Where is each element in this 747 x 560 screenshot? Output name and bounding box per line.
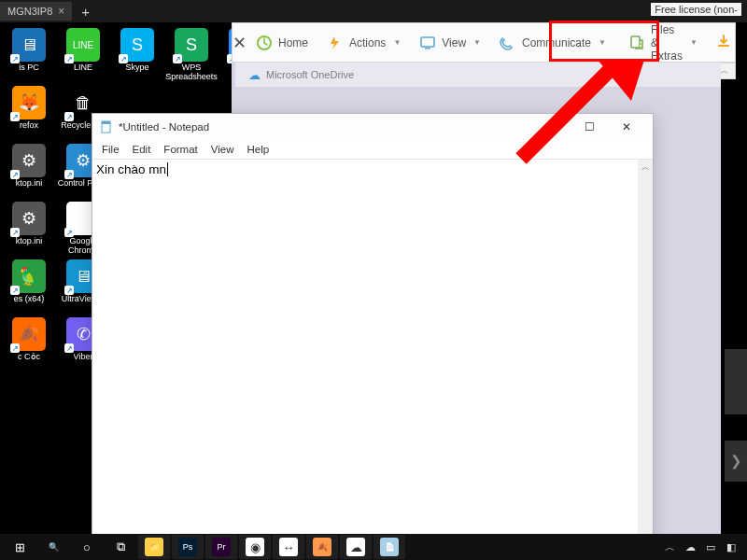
communicate-icon [500, 35, 516, 51]
dock-panel[interactable] [725, 349, 747, 414]
desktop-icon-ktop.ini[interactable]: ⚙↗ktop.ini [2, 200, 56, 258]
taskbar-pr-button[interactable]: Pr [205, 535, 237, 559]
system-tray: ︿ ☁ ▭ ◧ [663, 540, 743, 553]
chevron-down-icon: ▼ [393, 38, 401, 47]
onedrive-window-title[interactable]: ☁ Microsoft OneDrive [235, 63, 721, 87]
shortcut-arrow-icon: ↗ [10, 54, 20, 63]
taskbar-onedrive-button[interactable]: ☁ [340, 535, 372, 559]
ktop.ini-icon: ⚙↗ [12, 144, 46, 177]
es-(x64)-icon: 🦜↗ [12, 259, 46, 293]
taskbar-ps-button[interactable]: Ps [172, 535, 204, 559]
notepad-icon: 📄 [380, 538, 399, 556]
close-button[interactable]: ✕ [608, 115, 645, 139]
notepad-content: Xin chào mn [96, 162, 166, 176]
new-tab-button[interactable]: + [72, 4, 99, 20]
menu-view[interactable]: View [205, 143, 240, 156]
desktop-icon-label: ktop.ini [16, 237, 43, 246]
minimize-button[interactable]: — [533, 115, 571, 139]
view-button[interactable]: View ▼ [410, 23, 490, 62]
files-extras-button[interactable]: Files & Extras ▼ [615, 23, 711, 62]
desktop-icon-label: ktop.ini [16, 179, 43, 189]
skype-icon: S↗ [120, 28, 154, 62]
maximize-button[interactable]: ☐ [571, 115, 608, 139]
home-label: Home [278, 36, 308, 49]
actions-label: Actions [349, 36, 386, 49]
tray-app-icon[interactable]: ◧ [725, 540, 738, 553]
desktop-icon-label: WPS Spreadsheets [165, 63, 218, 82]
desktop-icon-ktop.ini[interactable]: ⚙↗ktop.ini [2, 142, 56, 200]
notepad-text-area[interactable]: Xin chào mn ︿ ﹀ [92, 159, 653, 560]
remote-desktop-view: ☁ Microsoft OneDrive *Untitled - Notepad… [232, 63, 721, 534]
svg-rect-1 [421, 37, 434, 47]
desktop-icon-skype[interactable]: S↗Skype [110, 26, 164, 84]
taskbar-taskview-button[interactable]: ⧉ [105, 535, 136, 559]
desktop-icon-label: Skype [125, 63, 148, 73]
desktop-icon-label: es (x64) [14, 295, 45, 304]
shortcut-arrow-icon: ↗ [173, 54, 182, 63]
svg-rect-2 [425, 48, 430, 49]
desktop-icon-es-(x64)[interactable]: 🦜↗es (x64) [2, 258, 56, 315]
shortcut-arrow-icon: ↗ [10, 343, 20, 353]
tab-title: MGN3IP8 [7, 6, 52, 17]
desktop-icon-line[interactable]: LINE↗LINE [56, 26, 110, 84]
tray-chevron-icon[interactable]: ︿ [663, 540, 676, 553]
communicate-button[interactable]: Communicate ▼ [490, 23, 615, 62]
teamviewer-icon: ↔ [279, 538, 298, 556]
taskbar-coccoc-button[interactable]: 🍂 [306, 535, 338, 559]
desktop-icon-refox[interactable]: 🦊↗refox [2, 84, 56, 142]
actions-icon [327, 35, 344, 51]
taskbar-start-button[interactable]: ⊞ [4, 535, 35, 559]
desktop-icon-label: refox [20, 121, 38, 131]
menu-format[interactable]: Format [158, 143, 203, 156]
c-cốc-icon: 🍂↗ [12, 317, 46, 351]
notepad-titlebar[interactable]: *Untitled - Notepad — ☐ ✕ [92, 114, 653, 140]
shortcut-arrow-icon: ↗ [10, 112, 20, 121]
taskbar-chrome-button[interactable]: ◉ [239, 535, 271, 559]
download-icon[interactable] [711, 34, 737, 52]
desktop-icon-is-pc[interactable]: 🖥↗is PC [2, 26, 56, 84]
menu-file[interactable]: File [96, 143, 125, 156]
shortcut-arrow-icon: ↗ [64, 170, 74, 179]
tray-onedrive-icon[interactable]: ☁ [684, 540, 697, 553]
onedrive-icon: ☁ [346, 538, 365, 556]
tab-close-icon[interactable]: × [58, 5, 64, 18]
expand-panel-icon[interactable]: ❯ [725, 441, 747, 482]
home-button[interactable]: Home [247, 23, 317, 62]
desktop-icon-label: LINE [74, 63, 92, 73]
taskview-icon: ⧉ [111, 538, 130, 556]
desktop-surface: 🖥↗is PCLINE↗LINES↗SkypeS↗WPS Spreadsheet… [0, 22, 747, 534]
shortcut-arrow-icon: ↗ [10, 170, 20, 179]
onedrive-label: Microsoft OneDrive [266, 69, 354, 80]
pr-icon: Pr [212, 538, 231, 556]
notepad-title-text: *Untitled - Notepad [119, 121, 209, 133]
toolbar-close-button[interactable]: ✕ [233, 33, 247, 53]
menu-edit[interactable]: Edit [127, 143, 157, 156]
cortana-icon: ○ [78, 538, 96, 556]
files-icon [628, 35, 645, 51]
actions-button[interactable]: Actions ▼ [317, 23, 410, 62]
cloud-icon: ☁ [248, 68, 261, 82]
chrome-icon: ◉ [246, 538, 264, 556]
license-label: Free license (non- [651, 3, 741, 16]
chevron-down-icon: ▼ [690, 38, 698, 47]
taskbar-cortana-button[interactable]: ○ [71, 535, 103, 559]
menu-help[interactable]: Help [242, 143, 275, 156]
scroll-up-icon[interactable]: ︿ [638, 160, 653, 175]
taskbar-notepad-button[interactable]: 📄 [374, 535, 405, 559]
taskbar: ⊞🔍○⧉📁PsPr◉↔🍂☁📄 ︿ ☁ ▭ ◧ [0, 534, 747, 560]
taskbar-teamviewer-button[interactable]: ↔ [273, 535, 304, 559]
vertical-scrollbar[interactable]: ︿ ﹀ [638, 160, 653, 560]
text-cursor [167, 162, 168, 176]
tab-remote-session[interactable]: MGN3IP8 × [0, 2, 72, 21]
tray-battery-icon[interactable]: ▭ [704, 540, 717, 553]
ps-icon: Ps [178, 538, 197, 556]
svg-rect-6 [102, 121, 110, 124]
taskbar-search-button[interactable]: 🔍 [37, 535, 69, 559]
explorer-icon: 📁 [145, 538, 163, 556]
desktop-icon-wps-spreadsheets[interactable]: S↗WPS Spreadsheets [164, 26, 218, 84]
shortcut-arrow-icon: ↗ [10, 286, 20, 295]
taskbar-explorer-button[interactable]: 📁 [138, 535, 170, 559]
desktop-icon-c-cốc[interactable]: 🍂↗c Cốc [2, 315, 56, 373]
shortcut-arrow-icon: ↗ [10, 228, 20, 237]
shortcut-arrow-icon: ↗ [64, 112, 74, 121]
